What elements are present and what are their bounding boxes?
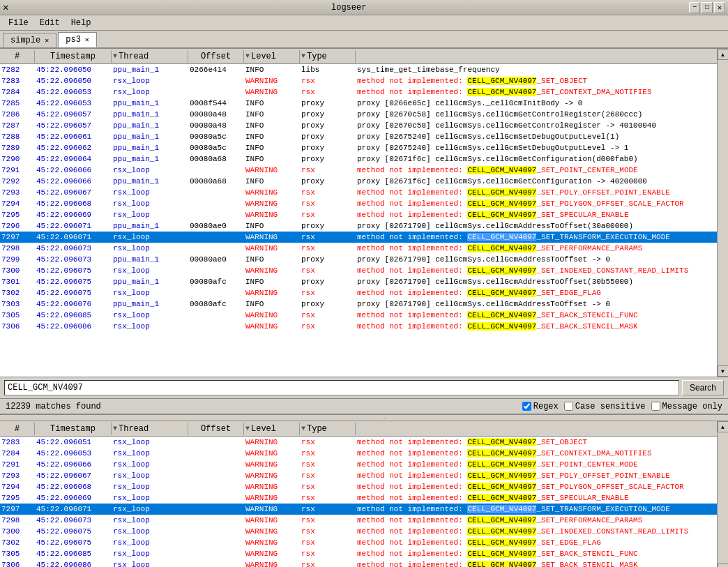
table-row[interactable]: 7293 45:22.096067 rsx_loop WARNING rsx m… bbox=[0, 187, 717, 198]
table-row[interactable]: 7302 45:22.096075 rsx_loop WARNING rsx m… bbox=[0, 537, 717, 548]
table-row[interactable]: 7283 45:22.096050 rsx_loop WARNING rsx m… bbox=[0, 75, 717, 86]
menu-file[interactable]: File bbox=[3, 17, 34, 29]
top-log-rows[interactable]: 7282 45:22.096050 ppu_main_1 0266e414 IN… bbox=[0, 64, 717, 377]
type-filter-icon[interactable]: ▼ bbox=[301, 52, 305, 60]
bottom-thread-filter-icon[interactable]: ▼ bbox=[113, 425, 117, 432]
cell-ts: 45:22.096086 bbox=[35, 559, 112, 567]
table-row[interactable]: 7295 45:22.096069 rsx_loop WARNING rsx m… bbox=[0, 209, 717, 220]
table-row[interactable]: 7301 45:22.096075 ppu_main_1 00080afc IN… bbox=[0, 276, 717, 287]
table-row[interactable]: 7291 45:22.096066 rsx_loop WARNING rsx m… bbox=[0, 165, 717, 176]
cell-msg: proxy [02675240] cellGcmSys.cellGcmSetDe… bbox=[356, 131, 717, 142]
bottom-col-header-num: # bbox=[0, 423, 35, 435]
case-sensitive-option[interactable]: Case sensitive bbox=[564, 402, 646, 411]
table-row[interactable]: 7298 45:22.096073 rsx_loop WARNING rsx m… bbox=[0, 243, 717, 254]
regex-option[interactable]: Regex bbox=[522, 402, 559, 411]
cell-ts: 45:22.096076 bbox=[35, 298, 112, 310]
table-row[interactable]: 7291 45:22.096066 rsx_loop WARNING rsx m… bbox=[0, 459, 717, 470]
cell-offset bbox=[188, 470, 244, 481]
cell-level: WARNING bbox=[244, 198, 300, 209]
cell-thread: ppu_main_1 bbox=[112, 153, 188, 165]
search-button[interactable]: Search bbox=[682, 380, 724, 395]
bottom-right-scrollbar[interactable]: ▲ ▼ bbox=[717, 421, 728, 567]
table-row[interactable]: 7306 45:22.096086 rsx_loop WARNING rsx m… bbox=[0, 321, 717, 332]
cell-offset: 00080a5c bbox=[188, 131, 244, 142]
bottom-level-filter-icon[interactable]: ▼ bbox=[245, 425, 250, 432]
tab-ps3[interactable]: ps3 ✕ bbox=[58, 32, 97, 47]
table-row[interactable]: 7285 45:22.096053 ppu_main_1 0008f544 IN… bbox=[0, 98, 717, 109]
cell-ts: 45:22.096068 bbox=[35, 198, 112, 209]
cell-level: WARNING bbox=[244, 548, 300, 559]
cell-num: 7301 bbox=[0, 276, 35, 287]
menu-help[interactable]: Help bbox=[66, 17, 97, 29]
table-row[interactable]: 7293 45:22.096067 rsx_loop WARNING rsx m… bbox=[0, 470, 717, 481]
cell-thread: rsx_loop bbox=[112, 504, 188, 515]
tab-ps3-close[interactable]: ✕ bbox=[85, 36, 89, 44]
table-row[interactable]: 7292 45:22.096066 ppu_main_1 00080a68 IN… bbox=[0, 176, 717, 187]
table-row[interactable]: 7294 45:22.096068 rsx_loop WARNING rsx m… bbox=[0, 198, 717, 209]
cell-msg: method not implemented: CELL_GCM_NV4097_… bbox=[356, 209, 717, 220]
table-row[interactable]: 7298 45:22.096073 rsx_loop WARNING rsx m… bbox=[0, 515, 717, 526]
table-row[interactable]: 7296 45:22.096071 ppu_main_1 00080ae0 IN… bbox=[0, 220, 717, 232]
tab-bar: simple ✕ ps3 ✕ bbox=[0, 31, 728, 49]
scroll-up-btn[interactable]: ▲ bbox=[718, 49, 729, 60]
cell-thread: ppu_main_1 bbox=[112, 254, 188, 265]
cell-level: WARNING bbox=[244, 287, 300, 298]
scroll-down-btn[interactable]: ▼ bbox=[718, 365, 729, 377]
table-row[interactable]: 7286 45:22.096057 ppu_main_1 00080a48 IN… bbox=[0, 109, 717, 120]
table-row[interactable]: 7282 45:22.096050 ppu_main_1 0266e414 IN… bbox=[0, 64, 717, 75]
table-row[interactable]: 7284 45:22.096053 rsx_loop WARNING rsx m… bbox=[0, 448, 717, 459]
tab-simple[interactable]: simple ✕ bbox=[3, 33, 56, 47]
close-button[interactable]: ✕ bbox=[714, 2, 725, 13]
table-row[interactable]: 7305 45:22.096085 rsx_loop WARNING rsx m… bbox=[0, 548, 717, 559]
bottom-col-header-type: ▼ Type bbox=[300, 423, 356, 435]
scroll-track[interactable] bbox=[718, 60, 728, 365]
table-row[interactable]: 7297 45:22.096071 rsx_loop WARNING rsx m… bbox=[0, 504, 717, 515]
minimize-button[interactable]: − bbox=[689, 2, 700, 13]
bottom-type-filter-icon[interactable]: ▼ bbox=[301, 425, 305, 432]
case-sensitive-checkbox[interactable] bbox=[564, 402, 573, 411]
thread-filter-icon[interactable]: ▼ bbox=[113, 52, 117, 60]
bottom-scroll-up-btn[interactable]: ▲ bbox=[718, 421, 729, 432]
table-row[interactable]: 7294 45:22.096068 rsx_loop WARNING rsx m… bbox=[0, 481, 717, 492]
table-row[interactable]: 7288 45:22.096061 ppu_main_1 00080a5c IN… bbox=[0, 131, 717, 142]
table-row[interactable]: 7283 45:22.096051 rsx_loop WARNING rsx m… bbox=[0, 437, 717, 448]
bottom-scroll-track[interactable] bbox=[718, 432, 728, 564]
close-icon: ✕ bbox=[718, 3, 722, 12]
table-row[interactable]: 7300 45:22.096075 rsx_loop WARNING rsx m… bbox=[0, 526, 717, 537]
search-input[interactable] bbox=[4, 380, 679, 395]
level-filter-icon[interactable]: ▼ bbox=[245, 52, 250, 60]
bottom-scroll-down-btn[interactable]: ▼ bbox=[718, 564, 729, 567]
table-row[interactable]: 7302 45:22.096075 rsx_loop WARNING rsx m… bbox=[0, 287, 717, 298]
cell-level: WARNING bbox=[244, 75, 300, 86]
menu-edit[interactable]: Edit bbox=[34, 17, 66, 29]
table-row[interactable]: 7290 45:22.096064 ppu_main_1 00080a68 IN… bbox=[0, 153, 717, 165]
cell-num: 7285 bbox=[0, 98, 35, 109]
bottom-log-rows[interactable]: 7283 45:22.096051 rsx_loop WARNING rsx m… bbox=[0, 437, 717, 567]
message-only-option[interactable]: Message only bbox=[651, 402, 722, 411]
table-row[interactable]: 7295 45:22.096069 rsx_loop WARNING rsx m… bbox=[0, 492, 717, 504]
top-right-scrollbar[interactable]: ▲ ▼ bbox=[717, 49, 728, 377]
regex-checkbox[interactable] bbox=[522, 402, 531, 411]
cell-thread: rsx_loop bbox=[112, 86, 188, 98]
table-row[interactable]: 7306 45:22.096086 rsx_loop WARNING rsx m… bbox=[0, 559, 717, 567]
cell-thread: ppu_main_1 bbox=[112, 64, 188, 75]
cell-type: rsx bbox=[300, 310, 356, 321]
table-row[interactable]: 7299 45:22.096073 ppu_main_1 00080ae0 IN… bbox=[0, 254, 717, 265]
col-header-level: ▼ Level bbox=[244, 50, 300, 63]
cell-thread: rsx_loop bbox=[112, 492, 188, 504]
tab-simple-close[interactable]: ✕ bbox=[45, 36, 49, 45]
maximize-button[interactable]: □ bbox=[702, 2, 713, 13]
table-row[interactable]: 7284 45:22.096053 rsx_loop WARNING rsx m… bbox=[0, 86, 717, 98]
table-row[interactable]: 7303 45:22.096076 ppu_main_1 00080afc IN… bbox=[0, 298, 717, 310]
table-row[interactable]: 7287 45:22.096057 ppu_main_1 00080a48 IN… bbox=[0, 120, 717, 131]
cell-ts: 45:22.096051 bbox=[35, 437, 112, 448]
table-row[interactable]: 7300 45:22.096075 rsx_loop WARNING rsx m… bbox=[0, 265, 717, 276]
app-icon: ✕ bbox=[3, 1, 8, 13]
table-row[interactable]: 7305 45:22.096085 rsx_loop WARNING rsx m… bbox=[0, 310, 717, 321]
table-row[interactable]: 7297 45:22.096071 rsx_loop WARNING rsx m… bbox=[0, 232, 717, 243]
cell-msg: method not implemented: CELL_GCM_NV4097_… bbox=[356, 437, 717, 448]
table-row[interactable]: 7289 45:22.096062 ppu_main_1 00080a5c IN… bbox=[0, 142, 717, 153]
message-only-checkbox[interactable] bbox=[651, 402, 660, 411]
divider: · · · · · bbox=[0, 414, 728, 421]
cell-msg: method not implemented: CELL_GCM_NV4097_… bbox=[356, 243, 717, 254]
